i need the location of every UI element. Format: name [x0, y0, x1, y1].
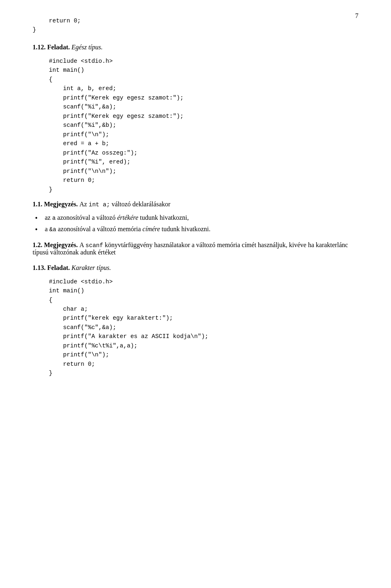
section-1-12-number: 1.12.: [33, 44, 46, 51]
top-return-line: return 0;: [49, 16, 358, 25]
bullet-item-1: az a azonosítóval a változó értékére tud…: [41, 212, 358, 223]
section-1-12-title: 1.12. Feladat. Egész típus.: [33, 44, 358, 51]
section-1-13-italic: Karakter típus.: [72, 264, 111, 271]
section-1-12-italic: Egész típus.: [72, 44, 103, 51]
note-1-1-mono: int a;: [89, 201, 110, 208]
code-block-2: #include <stdio.h> int main() { char a; …: [49, 277, 358, 378]
note-1-2-title: 1.2. Megjegyzés. A scanf könyvtárfüggvén…: [33, 241, 358, 256]
note-1-2-mono: scanf: [86, 242, 103, 249]
section-1-13-label: Feladat.: [47, 264, 70, 271]
code-block-1: #include <stdio.h> int main() { int a, b…: [49, 57, 358, 194]
page-number: 7: [355, 12, 358, 20]
bullet-1-mono: a: [52, 215, 55, 221]
bullet-2-italic: címére: [143, 225, 160, 232]
bullet-item-2: a &a azonosítóval a változó memória címé…: [41, 223, 358, 235]
note-1-2-label: Megjegyzés.: [44, 241, 78, 248]
note-1-1-title: 1.1. Megjegyzés. Az int a; változó dekla…: [33, 201, 358, 208]
bullet-1-italic: értékére: [117, 214, 138, 221]
note-1-1-intro: Az int a; változó deklarálásakor: [79, 201, 170, 208]
note-1-1-number: 1.1.: [33, 201, 42, 208]
section-1-13-number: 1.13.: [33, 264, 46, 271]
note-1-1-bullets: az a azonosítóval a változó értékére tud…: [41, 212, 358, 235]
note-1-2-text: A scanf könyvtárfüggvény használatakor a…: [33, 241, 348, 256]
note-1-1-label: Megjegyzés.: [44, 201, 78, 208]
section-1-13-title: 1.13. Feladat. Karakter típus.: [33, 264, 358, 272]
bullet-2-mono: &a: [49, 226, 56, 233]
section-1-12-label: Feladat.: [47, 44, 70, 51]
note-1-2-number: 1.2.: [33, 241, 42, 248]
top-closing-brace: }: [33, 25, 358, 34]
